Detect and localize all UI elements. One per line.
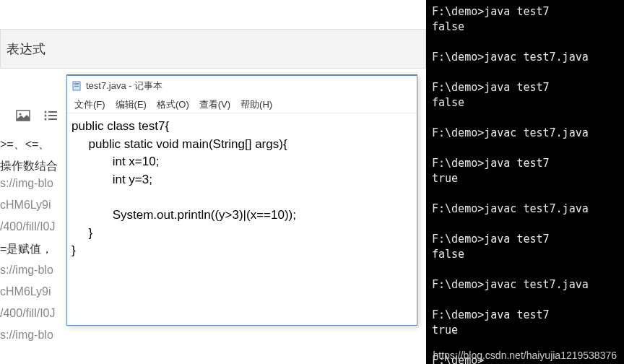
bg-text-line: >=、<=、 bbox=[0, 137, 50, 152]
bg-text-line: cHM6Ly9i bbox=[0, 199, 51, 212]
notepad-icon bbox=[72, 81, 82, 91]
menu-file[interactable]: 文件(F) bbox=[72, 98, 108, 111]
svg-rect-10 bbox=[74, 84, 79, 85]
svg-rect-9 bbox=[74, 83, 79, 84]
notepad-title-text: test7.java - 记事本 bbox=[86, 79, 162, 92]
notepad-window: test7.java - 记事本 文件(F) 编辑(E) 格式(O) 查看(V)… bbox=[66, 74, 417, 326]
bg-text-line: /400/fill/I0J bbox=[0, 307, 55, 320]
image-icon[interactable] bbox=[14, 108, 32, 123]
watermark-text: https://blog.csdn.net/haiyujia1219538376 bbox=[433, 350, 617, 361]
bg-text-line: s://img-blo bbox=[0, 329, 53, 342]
bg-text-line: cHM6Ly9i bbox=[0, 285, 51, 298]
menu-help[interactable]: 帮助(H) bbox=[238, 98, 275, 111]
svg-rect-11 bbox=[74, 86, 79, 87]
svg-point-1 bbox=[20, 113, 22, 116]
menu-edit[interactable]: 编辑(E) bbox=[113, 98, 150, 111]
command-terminal[interactable]: F:\demo>java test7 false F:\demo>javac t… bbox=[426, 0, 624, 364]
bg-text-line: s://img-blo bbox=[0, 177, 53, 190]
svg-point-2 bbox=[45, 111, 47, 113]
page-header-title: 表达式 bbox=[6, 40, 46, 58]
bg-text-line: s://img-blo bbox=[0, 264, 53, 277]
bg-text-line: /400/fill/I0J bbox=[0, 220, 55, 233]
bg-text-line: 操作数结合 bbox=[0, 159, 58, 174]
notepad-menubar: 文件(F) 编辑(E) 格式(O) 查看(V) 帮助(H) bbox=[67, 96, 417, 113]
notepad-titlebar[interactable]: test7.java - 记事本 bbox=[67, 76, 417, 96]
svg-point-6 bbox=[45, 118, 47, 121]
svg-rect-7 bbox=[48, 118, 57, 120]
notepad-textarea[interactable]: public class test7{ public static void m… bbox=[67, 113, 417, 264]
page-header: 表达式 bbox=[0, 29, 426, 69]
svg-rect-5 bbox=[48, 115, 57, 116]
svg-rect-3 bbox=[48, 111, 57, 113]
list-icon[interactable] bbox=[42, 108, 59, 123]
menu-format[interactable]: 格式(O) bbox=[154, 98, 192, 111]
menu-view[interactable]: 查看(V) bbox=[196, 98, 233, 111]
svg-point-4 bbox=[45, 115, 47, 117]
bg-text-line: =是赋值， bbox=[0, 242, 53, 257]
